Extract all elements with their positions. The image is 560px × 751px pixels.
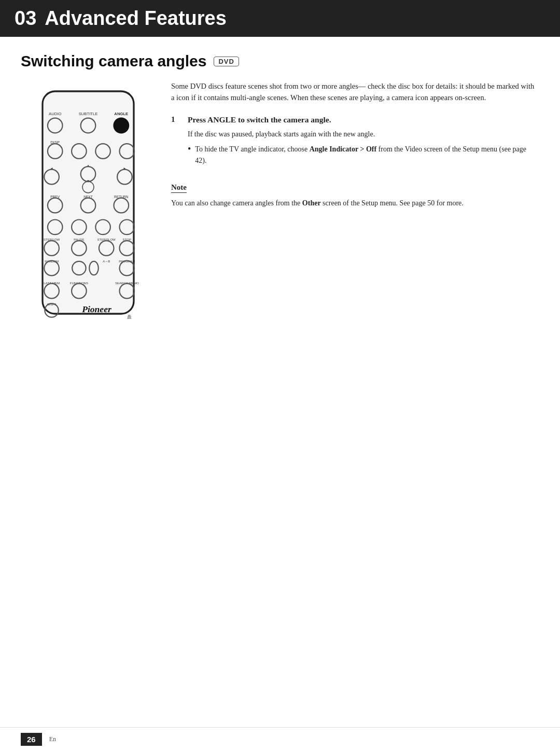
remote-control-image: AUDIO SUBTITLE ANGLE DISP ◄ ▲ ► ▼ bbox=[31, 86, 145, 325]
svg-text:SUBTITLE: SUBTITLE bbox=[79, 112, 98, 116]
svg-text:矗: 矗 bbox=[127, 314, 132, 319]
remote-area: AUDIO SUBTITLE ANGLE DISP ◄ ▲ ► ▼ bbox=[21, 80, 156, 325]
other-bold: Other bbox=[302, 199, 321, 207]
angle-indicator-bold: Angle Indicator > Off bbox=[310, 145, 376, 153]
note-text: You can also change camera angles from t… bbox=[171, 198, 539, 209]
svg-text:AUDIO: AUDIO bbox=[49, 112, 61, 116]
dvd-badge: DVD bbox=[214, 57, 239, 66]
svg-text:▲: ▲ bbox=[86, 163, 90, 168]
step-1-block: 1 Press ANGLE to switch the camera angle… bbox=[171, 114, 539, 169]
page-number: 26 bbox=[21, 733, 42, 746]
step-1-bullet-1: • To hide the TV angle indicator, choose… bbox=[188, 144, 539, 166]
step-1-number: 1 bbox=[171, 114, 180, 169]
svg-point-6 bbox=[114, 118, 129, 133]
bullet-text: To hide the TV angle indicator, choose A… bbox=[195, 144, 539, 166]
footer-lang: En bbox=[49, 735, 56, 743]
right-content: Some DVD discs feature scenes shot from … bbox=[171, 80, 539, 325]
section-title-area: Switching camera angles DVD bbox=[0, 37, 560, 75]
bullet-dot: • bbox=[188, 144, 191, 166]
note-block: Note You can also change camera angles f… bbox=[171, 183, 539, 209]
svg-text:ANGLE: ANGLE bbox=[114, 112, 128, 116]
section-title: Switching camera angles bbox=[21, 52, 206, 70]
chapter-number: 03 bbox=[15, 7, 36, 30]
intro-paragraph: Some DVD discs feature scenes shot from … bbox=[171, 80, 539, 104]
step-1-content: Press ANGLE to switch the camera angle. … bbox=[188, 114, 539, 169]
step-1-heading: Press ANGLE to switch the camera angle. bbox=[188, 114, 539, 126]
step-1-body: If the disc was paused, playback starts … bbox=[188, 129, 539, 140]
footer: 26 En bbox=[0, 727, 560, 751]
main-content: AUDIO SUBTITLE ANGLE DISP ◄ ▲ ► ▼ bbox=[0, 75, 560, 325]
svg-text:A↔B: A↔B bbox=[103, 260, 110, 263]
chapter-title: Advanced Features bbox=[45, 7, 227, 30]
chapter-header: 03 Advanced Features bbox=[0, 0, 560, 37]
note-heading: Note bbox=[171, 183, 187, 193]
svg-text:Pioneer: Pioneer bbox=[81, 304, 111, 314]
